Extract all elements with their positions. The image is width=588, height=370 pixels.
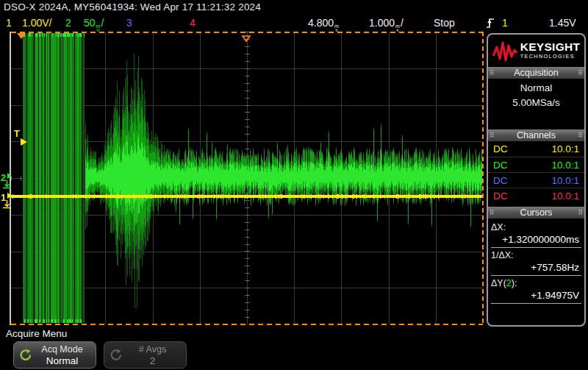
delta-y-value: +1.94975V	[491, 290, 581, 302]
oscilloscope-screen: DSO-X 2024A, MY56041934: Wed Apr 17 11:2…	[0, 0, 588, 370]
channel-list: DC10.0:1DC10.0:1DC10.0:1DC10.0:1	[488, 141, 584, 203]
info-sidebar: KEYSIGHT TECHNOLOGIES ⠿ Acquisition ⠿ No…	[487, 33, 586, 327]
trigger-level-arrow[interactable]	[21, 138, 27, 146]
cursors-header-label: Cursors	[495, 207, 578, 218]
waveform-canvas[interactable]	[11, 32, 483, 324]
probe-ratio: 10.0:1	[551, 143, 579, 154]
time-reference-marker	[241, 32, 251, 46]
inverse-delta-x-value: +757.58Hz	[491, 262, 581, 274]
delta-y-channel: 2	[506, 278, 512, 288]
drag-dots-icon: ⠿	[490, 70, 495, 77]
channel-row-1[interactable]: DC10.0:1	[488, 141, 584, 157]
ch1-ground-marker[interactable]: 1	[1, 191, 11, 204]
channel-row-2[interactable]: DC10.0:1	[488, 157, 584, 172]
graticule-bottom-border	[11, 324, 483, 325]
drag-dots-icon: ⠿	[578, 70, 583, 77]
divider	[491, 275, 581, 276]
acquisition-section-header[interactable]: ⠿ Acquisition ⠿	[488, 67, 584, 79]
softkey-label: Acq Mode	[41, 344, 82, 355]
ch2-scale-number: 50	[84, 17, 96, 29]
coupling-label: DC	[493, 143, 508, 154]
trigger-level[interactable]: 1.45V	[549, 17, 576, 29]
rising-edge-icon	[486, 18, 495, 31]
ch1-scale[interactable]: 1.00V/	[22, 17, 51, 29]
drag-dots-icon: ⠿	[490, 210, 495, 216]
softkey-num-avgs[interactable]: # Avgs 2	[104, 341, 187, 369]
channels-header-label: Channels	[495, 130, 578, 140]
brand-name: KEYSIGHT	[520, 42, 581, 51]
probe-ratio: 10.0:1	[551, 175, 579, 186]
waveform-display[interactable]	[11, 32, 483, 324]
trigger-level-marker-label[interactable]: T	[14, 128, 20, 139]
ch2-ground-marker[interactable]: 2	[1, 171, 11, 184]
timebase-readout[interactable]: 1.000ms/	[369, 17, 404, 33]
acquisition-header-label: Acquisition	[495, 68, 578, 78]
ch2-ground-icon	[2, 180, 12, 191]
channel-row-4[interactable]: DC10.0:1	[488, 188, 584, 203]
probe-ratio: 10.0:1	[551, 191, 579, 202]
ch2-scale[interactable]: 50mV/	[84, 17, 104, 33]
ch1-number[interactable]: 1	[6, 17, 12, 29]
delta-x-value: +1.320000000ms	[491, 234, 581, 246]
cursors-section-header[interactable]: ⠿ Cursors ⠿	[488, 207, 584, 218]
keysight-pulse-icon	[492, 41, 517, 62]
ch2-scale-suffix: /	[101, 17, 104, 29]
keysight-logo: KEYSIGHT TECHNOLOGIES	[488, 40, 584, 63]
probe-ratio: 10.0:1	[551, 160, 579, 171]
trigger-source[interactable]: 1	[502, 17, 508, 29]
timebase-suffix: /	[401, 17, 404, 29]
coupling-label: DC	[493, 175, 508, 186]
instrument-title: DSO-X 2024A, MY56041934: Wed Apr 17 11:2…	[4, 1, 261, 13]
graticule-right-border	[482, 32, 484, 325]
rotate-select-icon	[110, 349, 122, 361]
ch4-number[interactable]: 4	[190, 17, 196, 29]
softkey-acq-mode[interactable]: Acq Mode Normal	[13, 341, 96, 369]
channel-row-3[interactable]: DC10.0:1	[488, 172, 584, 188]
menu-title: Acquire Menu	[6, 328, 67, 339]
sample-rate: 5.00MSa/s	[488, 97, 584, 108]
inverse-delta-x-label: 1/ΔX:	[491, 250, 581, 262]
drag-dots-icon: ⠿	[490, 132, 495, 139]
divider	[491, 247, 581, 248]
ch2-number[interactable]: 2	[65, 17, 71, 29]
status-bar: 1 1.00V/ 2 50mV/ 3 4 4.800ms 1.000ms/ St…	[0, 15, 588, 32]
ch1-marker-arrow	[7, 193, 12, 199]
ch2-marker-arrow	[7, 173, 12, 179]
cursor-readouts: ΔX: +1.320000000ms 1/ΔX: +757.58Hz ΔY(2)…	[488, 218, 584, 304]
coupling-label: DC	[493, 191, 508, 202]
drag-dots-icon: ⠿	[578, 210, 583, 216]
softkey-label: # Avgs	[139, 344, 166, 355]
coupling-label: DC	[493, 160, 508, 171]
drag-dots-icon: ⠿	[578, 132, 583, 139]
channels-section-header[interactable]: ⠿ Channels ⠿	[488, 129, 584, 141]
acquisition-mode: Normal	[488, 82, 584, 93]
softkey-value: Normal	[46, 355, 79, 366]
ch1-ground-icon	[2, 200, 12, 211]
timebase-value: 1.000	[369, 17, 395, 29]
divider	[491, 303, 581, 304]
delta-y-label: ΔY(2):	[491, 278, 581, 290]
softkey-value: 2	[150, 355, 156, 366]
brand-subtitle: TECHNOLOGIES	[520, 51, 581, 61]
delay-value: 4.800	[308, 17, 334, 29]
run-state[interactable]: Stop	[434, 17, 455, 29]
delta-x-label: ΔX:	[491, 222, 581, 234]
ch3-number[interactable]: 3	[126, 17, 132, 29]
trigger-position-marker[interactable]	[17, 33, 26, 39]
delay-readout[interactable]: 4.800ms	[308, 17, 340, 33]
rotate-select-icon	[19, 349, 32, 361]
